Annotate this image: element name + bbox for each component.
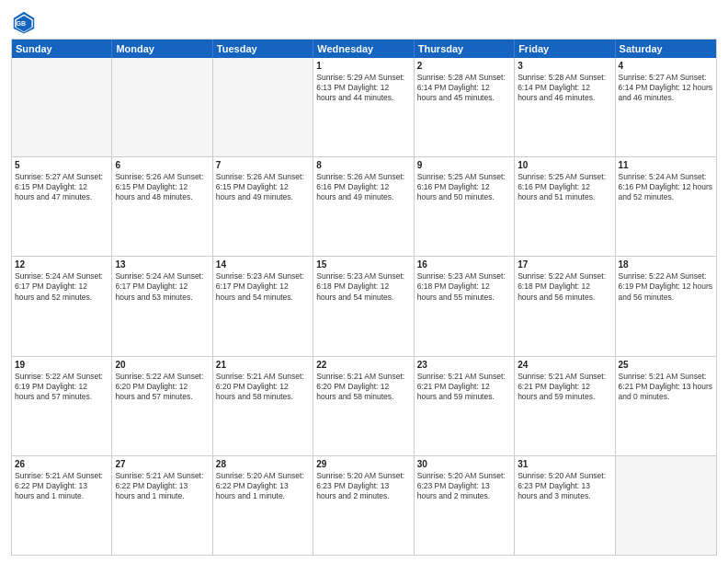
day-number: 10	[518, 160, 611, 170]
day-number: 8	[316, 160, 410, 170]
calendar-row-1: 1Sunrise: 5:29 AM Sunset: 6:13 PM Daylig…	[12, 58, 716, 156]
day-number: 14	[216, 259, 310, 270]
day-cell-18: 18Sunrise: 5:22 AM Sunset: 6:19 PM Dayli…	[616, 257, 716, 355]
day-number: 17	[518, 259, 611, 270]
day-info: Sunrise: 5:23 AM Sunset: 6:18 PM Dayligh…	[316, 271, 410, 302]
day-cell-19: 19Sunrise: 5:22 AM Sunset: 6:19 PM Dayli…	[12, 357, 112, 455]
calendar-header: SundayMondayTuesdayWednesdayThursdayFrid…	[12, 40, 716, 58]
day-cell-20: 20Sunrise: 5:22 AM Sunset: 6:20 PM Dayli…	[112, 357, 212, 455]
day-cell-14: 14Sunrise: 5:23 AM Sunset: 6:17 PM Dayli…	[213, 257, 313, 355]
day-number: 25	[619, 360, 713, 370]
day-cell-1: 1Sunrise: 5:29 AM Sunset: 6:13 PM Daylig…	[313, 58, 414, 156]
day-cell-27: 27Sunrise: 5:21 AM Sunset: 6:22 PM Dayli…	[112, 456, 212, 555]
day-cell-4: 4Sunrise: 5:27 AM Sunset: 6:14 PM Daylig…	[616, 58, 716, 156]
day-number: 2	[417, 61, 511, 71]
day-info: Sunrise: 5:20 AM Sunset: 6:23 PM Dayligh…	[316, 471, 410, 501]
day-number: 16	[417, 259, 511, 270]
weekday-header-sunday: Sunday	[12, 40, 112, 58]
day-number: 1	[316, 61, 410, 71]
day-cell-24: 24Sunrise: 5:21 AM Sunset: 6:21 PM Dayli…	[515, 357, 615, 455]
day-number: 4	[619, 61, 713, 71]
day-info: Sunrise: 5:21 AM Sunset: 6:21 PM Dayligh…	[417, 372, 511, 402]
day-number: 20	[115, 360, 209, 370]
day-number: 31	[518, 459, 611, 469]
day-info: Sunrise: 5:20 AM Sunset: 6:23 PM Dayligh…	[417, 471, 511, 501]
day-number: 18	[619, 259, 713, 270]
day-cell-25: 25Sunrise: 5:21 AM Sunset: 6:21 PM Dayli…	[616, 357, 716, 455]
day-number: 22	[316, 360, 410, 370]
day-number: 27	[115, 459, 209, 469]
day-number: 23	[417, 360, 511, 370]
day-info: Sunrise: 5:28 AM Sunset: 6:14 PM Dayligh…	[518, 73, 611, 103]
day-info: Sunrise: 5:20 AM Sunset: 6:22 PM Dayligh…	[216, 471, 310, 501]
day-number: 13	[115, 259, 209, 270]
calendar-row-3: 12Sunrise: 5:24 AM Sunset: 6:17 PM Dayli…	[12, 256, 716, 355]
day-info: Sunrise: 5:24 AM Sunset: 6:17 PM Dayligh…	[115, 271, 209, 302]
day-cell-8: 8Sunrise: 5:26 AM Sunset: 6:16 PM Daylig…	[313, 157, 414, 256]
day-cell-empty-0-1	[112, 58, 212, 156]
weekday-header-tuesday: Tuesday	[213, 40, 313, 58]
weekday-header-saturday: Saturday	[616, 40, 716, 58]
page: GB SundayMondayTuesdayWednesdayThursdayF…	[0, 0, 728, 563]
day-number: 7	[216, 160, 310, 170]
day-cell-6: 6Sunrise: 5:26 AM Sunset: 6:15 PM Daylig…	[112, 157, 212, 256]
day-cell-5: 5Sunrise: 5:27 AM Sunset: 6:15 PM Daylig…	[12, 157, 112, 256]
day-cell-7: 7Sunrise: 5:26 AM Sunset: 6:15 PM Daylig…	[213, 157, 313, 256]
day-info: Sunrise: 5:22 AM Sunset: 6:18 PM Dayligh…	[518, 271, 611, 302]
day-cell-3: 3Sunrise: 5:28 AM Sunset: 6:14 PM Daylig…	[515, 58, 615, 156]
day-cell-28: 28Sunrise: 5:20 AM Sunset: 6:22 PM Dayli…	[213, 456, 313, 555]
day-info: Sunrise: 5:28 AM Sunset: 6:14 PM Dayligh…	[417, 73, 511, 103]
day-cell-11: 11Sunrise: 5:24 AM Sunset: 6:16 PM Dayli…	[616, 157, 716, 256]
day-number: 9	[417, 160, 511, 170]
logo-icon: GB	[11, 9, 37, 35]
day-info: Sunrise: 5:25 AM Sunset: 6:16 PM Dayligh…	[518, 172, 611, 202]
weekday-header-friday: Friday	[515, 40, 615, 58]
day-number: 24	[518, 360, 611, 370]
day-info: Sunrise: 5:21 AM Sunset: 6:20 PM Dayligh…	[216, 372, 310, 402]
day-number: 6	[115, 160, 209, 170]
day-cell-10: 10Sunrise: 5:25 AM Sunset: 6:16 PM Dayli…	[515, 157, 615, 256]
day-cell-empty-0-0	[12, 58, 112, 156]
day-cell-2: 2Sunrise: 5:28 AM Sunset: 6:14 PM Daylig…	[415, 58, 515, 156]
day-info: Sunrise: 5:22 AM Sunset: 6:19 PM Dayligh…	[619, 271, 713, 302]
day-cell-9: 9Sunrise: 5:25 AM Sunset: 6:16 PM Daylig…	[415, 157, 515, 256]
day-info: Sunrise: 5:21 AM Sunset: 6:22 PM Dayligh…	[15, 471, 108, 501]
day-info: Sunrise: 5:23 AM Sunset: 6:18 PM Dayligh…	[417, 271, 511, 302]
day-number: 28	[216, 459, 310, 469]
day-cell-23: 23Sunrise: 5:21 AM Sunset: 6:21 PM Dayli…	[415, 357, 515, 455]
day-info: Sunrise: 5:26 AM Sunset: 6:15 PM Dayligh…	[115, 172, 209, 202]
calendar-row-2: 5Sunrise: 5:27 AM Sunset: 6:15 PM Daylig…	[12, 156, 716, 256]
day-info: Sunrise: 5:21 AM Sunset: 6:22 PM Dayligh…	[115, 471, 209, 501]
weekday-header-monday: Monday	[112, 40, 212, 58]
day-cell-15: 15Sunrise: 5:23 AM Sunset: 6:18 PM Dayli…	[313, 257, 414, 355]
day-cell-22: 22Sunrise: 5:21 AM Sunset: 6:20 PM Dayli…	[313, 357, 414, 455]
day-number: 12	[15, 259, 108, 270]
day-info: Sunrise: 5:21 AM Sunset: 6:21 PM Dayligh…	[619, 372, 713, 402]
day-cell-31: 31Sunrise: 5:20 AM Sunset: 6:23 PM Dayli…	[515, 456, 615, 555]
day-info: Sunrise: 5:20 AM Sunset: 6:23 PM Dayligh…	[518, 471, 611, 501]
day-info: Sunrise: 5:24 AM Sunset: 6:16 PM Dayligh…	[619, 172, 713, 202]
day-number: 21	[216, 360, 310, 370]
day-cell-13: 13Sunrise: 5:24 AM Sunset: 6:17 PM Dayli…	[112, 257, 212, 355]
day-cell-16: 16Sunrise: 5:23 AM Sunset: 6:18 PM Dayli…	[415, 257, 515, 355]
calendar-row-4: 19Sunrise: 5:22 AM Sunset: 6:19 PM Dayli…	[12, 356, 716, 455]
day-info: Sunrise: 5:23 AM Sunset: 6:17 PM Dayligh…	[216, 271, 310, 302]
day-cell-empty-4-6	[616, 456, 716, 555]
calendar-row-5: 26Sunrise: 5:21 AM Sunset: 6:22 PM Dayli…	[12, 455, 716, 555]
day-number: 11	[619, 160, 713, 170]
day-info: Sunrise: 5:27 AM Sunset: 6:15 PM Dayligh…	[15, 172, 108, 202]
calendar-body: 1Sunrise: 5:29 AM Sunset: 6:13 PM Daylig…	[12, 58, 716, 555]
day-number: 3	[518, 61, 611, 71]
day-info: Sunrise: 5:24 AM Sunset: 6:17 PM Dayligh…	[15, 271, 108, 302]
day-cell-17: 17Sunrise: 5:22 AM Sunset: 6:18 PM Dayli…	[515, 257, 615, 355]
day-cell-21: 21Sunrise: 5:21 AM Sunset: 6:20 PM Dayli…	[213, 357, 313, 455]
day-info: Sunrise: 5:25 AM Sunset: 6:16 PM Dayligh…	[417, 172, 511, 202]
day-number: 29	[316, 459, 410, 469]
day-info: Sunrise: 5:26 AM Sunset: 6:16 PM Dayligh…	[316, 172, 410, 202]
day-number: 5	[15, 160, 108, 170]
day-cell-12: 12Sunrise: 5:24 AM Sunset: 6:17 PM Dayli…	[12, 257, 112, 355]
weekday-header-thursday: Thursday	[415, 40, 515, 58]
header: GB	[11, 9, 717, 35]
day-cell-29: 29Sunrise: 5:20 AM Sunset: 6:23 PM Dayli…	[313, 456, 414, 555]
day-number: 30	[417, 459, 511, 469]
